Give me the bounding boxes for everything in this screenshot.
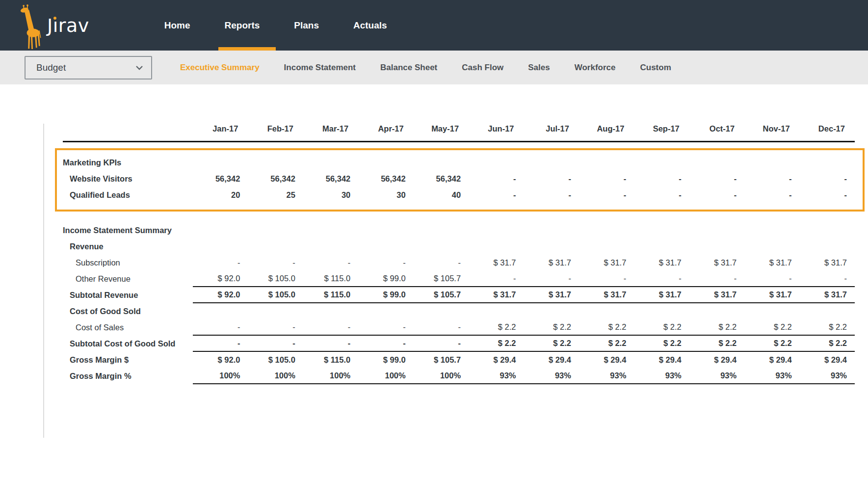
table-row: Cost of Sales-----$ 2.2$ 2.2$ 2.2$ 2.2$ … [63,319,855,336]
table-cell: $ 2.2 [689,322,744,332]
table-cell: - [358,339,413,348]
giraffe-logo-icon [19,4,41,50]
report-tabs: Executive SummaryIncome StatementBalance… [168,51,684,84]
table-cell: $ 31.7 [689,290,744,299]
tab-balance-sheet[interactable]: Balance Sheet [368,51,449,84]
month-header: Feb-17 [248,124,303,133]
scenario-dropdown[interactable]: Budget [25,56,152,80]
table-cell: $ 2.2 [689,339,744,348]
row-values: $ 92.0$ 105.0$ 115.0$ 99.0$ 105.7$ 31.7$… [193,287,855,303]
month-header: Jul-17 [524,124,579,133]
jirav-logo[interactable]: Jırav [19,0,89,51]
table-cell: 56,342 [303,174,358,184]
table-cell: - [248,322,303,332]
table-row: Gross Margin $$ 92.0$ 105.0$ 115.0$ 99.0… [63,352,855,368]
table-cell: $ 105.7 [414,290,469,299]
row-label: Gross Margin $ [63,355,193,365]
table-cell: 56,342 [193,174,248,184]
row-values: 56,34256,34256,34256,34256,342------- [193,171,855,187]
table-row: Other Revenue$ 92.0$ 105.0$ 115.0$ 99.0$… [63,271,855,287]
table-cell: $ 2.2 [469,339,524,348]
table-cell: 40 [414,190,469,200]
table-cell: - [800,190,855,200]
row-values: -----$ 2.2$ 2.2$ 2.2$ 2.2$ 2.2$ 2.2$ 2.2 [193,319,855,336]
table-cell: $ 105.0 [248,290,303,299]
table-cell: 30 [358,190,413,200]
table-cell: - [303,322,358,332]
table-cell: $ 2.2 [634,339,689,348]
row-values: 100%100%100%100%100%93%93%93%93%93%93%93… [193,368,855,384]
table-cell: 93% [524,371,579,380]
tab-sales[interactable]: Sales [516,51,562,84]
row-label: Cost of Sales [63,323,193,332]
tab-cash-flow[interactable]: Cash Flow [449,51,516,84]
table-cell: - [524,190,579,200]
table-cell: $ 105.7 [414,274,469,283]
table-cell: $ 31.7 [800,258,855,267]
nav-item-reports[interactable]: Reports [208,0,277,51]
row-label: Qualified Leads [63,190,193,200]
table-cell: 93% [744,371,799,380]
table-cell: - [634,174,689,184]
month-header: Jan-17 [193,124,248,133]
table-cell: $ 29.4 [800,355,855,365]
row-values: $ 92.0$ 105.0$ 115.0$ 99.0$ 105.7------- [193,271,855,287]
row-label: Subtotal Revenue [63,291,193,300]
row-values [193,222,855,238]
row-values: 2025303040------- [193,187,855,203]
table-cell: $ 29.4 [634,355,689,365]
month-header: May-17 [414,124,469,133]
table-cell: $ 99.0 [358,290,413,299]
table-row: Qualified Leads2025303040------- [63,187,855,203]
table-cell: 100% [193,371,248,380]
table-cell: $ 31.7 [469,290,524,299]
table-cell: $ 115.0 [303,355,358,365]
executive-summary-table: Jan-17Feb-17Mar-17Apr-17May-17Jun-17Jul-… [0,124,868,384]
table-cell: - [193,258,248,267]
table-cell: $ 31.7 [800,290,855,299]
table-cell: 25 [248,190,303,200]
row-label: Website Visitors [63,174,193,184]
nav-item-plans[interactable]: Plans [277,0,336,51]
table-cell: - [744,190,799,200]
table-cell: 93% [634,371,689,380]
tab-workforce[interactable]: Workforce [562,51,628,84]
table-cell: - [524,174,579,184]
table-cell: 100% [248,371,303,380]
nav-item-actuals[interactable]: Actuals [336,0,404,51]
table-cell: - [248,258,303,267]
table-row: Income Statement Summary [63,222,855,238]
row-values: $ 92.0$ 105.0$ 115.0$ 99.0$ 105.7$ 29.4$… [193,352,855,368]
table-cell: $ 92.0 [193,274,248,283]
table-cell: - [358,258,413,267]
nav-item-home[interactable]: Home [147,0,208,51]
table-cell: - [689,190,744,200]
scenario-dropdown-value: Budget [36,62,66,73]
table-cell: $ 115.0 [303,274,358,283]
top-nav: Jırav HomeReportsPlansActuals [0,0,868,51]
table-cell: $ 29.4 [579,355,634,365]
table-cell: 100% [303,371,358,380]
row-label: Other Revenue [63,274,193,284]
table-cell: - [744,274,799,283]
table-cell: - [744,174,799,184]
table-cell: $ 31.7 [634,290,689,299]
table-cell: 93% [689,371,744,380]
table-cell: - [414,339,469,348]
tab-income-statement[interactable]: Income Statement [272,51,368,84]
table-cell: 56,342 [414,174,469,184]
table-cell: - [800,274,855,283]
tab-custom[interactable]: Custom [628,51,683,84]
table-cell: - [414,258,469,267]
table-cell: 30 [303,190,358,200]
month-header: Aug-17 [579,124,634,133]
table-cell: 20 [193,190,248,200]
tab-executive-summary[interactable]: Executive Summary [168,51,272,84]
table-cell: - [358,322,413,332]
table-cell: $ 29.4 [524,355,579,365]
logo-letter-i: ı [53,15,58,36]
table-row: Gross Margin %100%100%100%100%100%93%93%… [63,368,855,384]
table-cell: - [469,190,524,200]
table-cell: - [303,339,358,348]
table-cell: - [800,174,855,184]
